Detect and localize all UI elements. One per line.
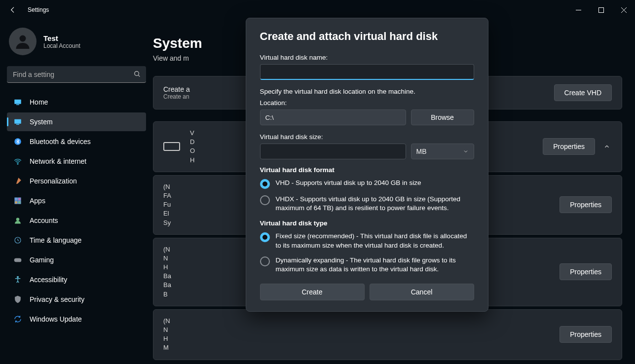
update-icon	[13, 314, 23, 324]
vhd-name-input[interactable]	[260, 64, 474, 80]
svg-rect-5	[16, 105, 19, 106]
radio-icon	[260, 195, 270, 205]
disk-row-text: (NFAFuElSy	[163, 182, 171, 227]
user-subtitle: Local Account	[43, 42, 80, 49]
chevron-up-icon[interactable]	[602, 142, 612, 151]
maximize-button[interactable]	[590, 0, 612, 20]
nav-label: Apps	[30, 197, 45, 205]
search-icon	[133, 70, 141, 79]
card-line2: Create an	[163, 93, 190, 100]
type-heading: Virtual hard disk type	[260, 219, 474, 227]
sidebar-item-accounts[interactable]: Accounts	[7, 211, 146, 230]
user-name: Test	[43, 34, 80, 42]
gamepad-icon	[13, 255, 23, 265]
disk-row: (NNHMProperties	[153, 309, 622, 360]
location-label: Location:	[260, 99, 474, 107]
minimize-button[interactable]	[567, 0, 590, 20]
radio-icon	[260, 256, 270, 266]
disk-icon	[163, 142, 180, 151]
sidebar-item-privacy-security[interactable]: Privacy & security	[7, 290, 146, 309]
avatar-icon	[9, 28, 37, 55]
nav-label: Time & language	[30, 236, 81, 244]
accessibility-icon	[13, 275, 23, 285]
format-heading: Virtual hard disk format	[260, 166, 474, 174]
properties-button[interactable]: Properties	[560, 263, 612, 280]
chevron-down-icon	[463, 148, 469, 154]
format-option[interactable]: VHD - Supports virtual disk up to 2040 G…	[260, 179, 474, 189]
properties-button[interactable]: Properties	[560, 196, 612, 213]
svg-rect-7	[16, 124, 19, 125]
browse-button[interactable]: Browse	[411, 109, 474, 125]
type-option[interactable]: Dynamically expanding - The virtual hard…	[260, 256, 474, 274]
type-option[interactable]: Fixed size (recommended) - This virtual …	[260, 232, 474, 250]
create-vhd-button[interactable]: Create VHD	[554, 84, 612, 101]
sidebar-item-network-internet[interactable]: Network & internet	[7, 152, 146, 171]
search-input[interactable]	[7, 66, 146, 83]
nav-label: Personalization	[30, 177, 77, 185]
nav-label: Network & internet	[30, 157, 86, 165]
sidebar: Test Local Account HomeSystemBluetooth &…	[0, 20, 153, 364]
main-area: System View and m Create a Create an Cre…	[153, 20, 635, 364]
sidebar-item-system[interactable]: System	[7, 112, 146, 131]
dialog-title: Create and attach virtual hard disk	[260, 30, 474, 43]
disk-row-text: (NNHBaBaB	[163, 245, 171, 299]
titlebar: Settings	[0, 0, 635, 20]
sidebar-item-bluetooth-devices[interactable]: Bluetooth & devices	[7, 132, 146, 151]
format-option[interactable]: VHDX - Supports virtual disk up to 2040 …	[260, 195, 474, 213]
system-icon	[13, 117, 23, 127]
sidebar-item-windows-update[interactable]: Windows Update	[7, 310, 146, 328]
sidebar-item-accessibility[interactable]: Accessibility	[7, 270, 146, 289]
user-profile[interactable]: Test Local Account	[7, 23, 146, 66]
nav-label: Bluetooth & devices	[30, 138, 91, 146]
dialog-create-button[interactable]: Create	[260, 284, 365, 300]
nav-list: HomeSystemBluetooth & devicesNetwork & i…	[7, 93, 146, 328]
properties-button[interactable]: Properties	[560, 326, 612, 343]
disk-row-text: VDOH	[190, 129, 195, 165]
location-input[interactable]	[260, 109, 406, 125]
nav-label: Gaming	[30, 256, 54, 264]
svg-rect-1	[598, 7, 603, 12]
radio-label: VHDX - Supports virtual disk up to 2040 …	[276, 195, 474, 213]
app-title: Settings	[28, 6, 49, 13]
window-controls	[567, 0, 635, 20]
radio-icon	[260, 232, 270, 242]
clock-icon	[13, 235, 23, 245]
card-line1: Create a	[163, 85, 190, 93]
home-icon	[13, 97, 23, 107]
size-unit-value: MB	[416, 147, 427, 155]
svg-rect-4	[14, 100, 21, 104]
sidebar-item-time-language[interactable]: Time & language	[7, 231, 146, 250]
close-button[interactable]	[612, 0, 635, 20]
svg-rect-6	[14, 119, 21, 124]
disk-row-text: (NNHM	[163, 317, 170, 353]
sidebar-item-home[interactable]: Home	[7, 93, 146, 111]
sidebar-item-apps[interactable]: Apps	[7, 191, 146, 210]
svg-rect-16	[14, 258, 21, 262]
properties-button[interactable]: Properties	[543, 138, 595, 155]
accounts-icon	[13, 216, 23, 225]
svg-rect-12	[15, 201, 17, 204]
brush-icon	[13, 176, 23, 186]
size-label: Virtual hard disk size:	[260, 133, 474, 141]
dialog-cancel-button[interactable]: Cancel	[370, 284, 474, 300]
svg-point-17	[17, 276, 19, 278]
sidebar-item-gaming[interactable]: Gaming	[7, 251, 146, 269]
nav-label: Windows Update	[30, 315, 82, 323]
back-button[interactable]	[7, 4, 19, 16]
radio-label: Fixed size (recommended) - This virtual …	[276, 232, 474, 250]
svg-point-3	[135, 72, 139, 76]
nav-label: Privacy & security	[30, 295, 84, 303]
vhd-name-label: Virtual hard disk name:	[260, 54, 474, 61]
create-vhd-dialog: Create and attach virtual hard disk Virt…	[246, 18, 488, 312]
nav-label: Home	[30, 98, 48, 106]
svg-point-14	[16, 218, 19, 220]
sidebar-item-personalization[interactable]: Personalization	[7, 172, 146, 190]
svg-point-9	[17, 163, 18, 164]
apps-icon	[13, 196, 23, 206]
location-help: Specify the virtual hard disk location o…	[260, 88, 474, 95]
size-input[interactable]	[260, 144, 406, 159]
svg-rect-11	[18, 198, 21, 200]
size-unit-select[interactable]: MB	[411, 144, 474, 159]
svg-rect-13	[18, 201, 21, 204]
radio-label: Dynamically expanding - The virtual hard…	[276, 256, 474, 274]
